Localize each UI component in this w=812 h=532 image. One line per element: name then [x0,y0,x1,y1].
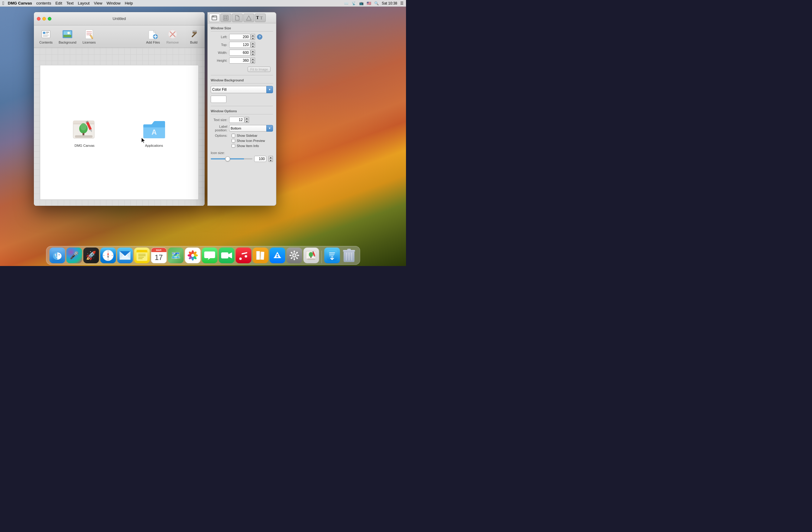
tab-window[interactable] [209,14,220,22]
menubar-edit[interactable]: Edit [55,1,62,5]
dock-item-music[interactable] [235,248,251,263]
dock-item-appstore[interactable] [269,248,285,263]
remove-icon [167,29,178,40]
canvas-area[interactable]: DMG Canvas A [34,48,205,206]
dock-item-facetime[interactable] [219,248,234,263]
dock-divider [321,251,322,263]
dock-item-finder[interactable] [49,248,65,263]
apple-menu[interactable]:  [2,1,4,6]
window-options-section: Window Options [211,109,273,114]
icon-size-stepper-down[interactable]: ▼ [269,159,273,162]
dock-item-mail[interactable] [117,248,133,263]
toolbar-build[interactable]: Build [186,28,202,45]
color-swatch[interactable] [211,96,227,103]
menubar-airdrop-icon[interactable]: 📡 [352,1,356,5]
width-input[interactable] [229,50,250,56]
tab-file[interactable] [232,14,243,22]
maximize-button[interactable] [48,17,52,20]
trash-icon [341,248,357,263]
text-size-stepper-up[interactable]: ▲ [245,117,249,120]
svg-rect-98 [293,251,295,253]
applications-label: Applications [145,144,163,148]
width-input-wrapper: ▲ ▼ [229,50,273,56]
title-bar: Untitled [34,12,205,25]
svg-point-33 [81,123,86,130]
show-icon-preview-checkbox[interactable] [232,139,235,142]
menubar-list-icon[interactable]: ☰ [400,1,404,5]
show-sidebar-row: Show Sidebar [232,134,265,137]
label-position-select[interactable]: Bottom Right None [229,125,267,132]
height-input-wrapper: ▲ ▼ [229,57,273,64]
show-item-info-checkbox[interactable] [232,144,235,148]
menubar-file[interactable]: contents [36,1,51,5]
fit-to-image-button[interactable]: Fit to Image [248,67,271,72]
help-button[interactable]: ? [257,34,262,40]
toolbar-licenses[interactable]: Licenses [80,28,98,45]
height-input[interactable] [229,57,250,64]
bg-fill-select[interactable]: Color Fill Image Fill None [211,86,267,93]
dock-item-safari[interactable] [100,248,116,263]
left-row: Left: ▲ ▼ ? [211,34,273,40]
top-stepper-up[interactable]: ▲ [251,42,255,45]
dock-item-downloads[interactable] [324,248,340,263]
text-size-stepper-down[interactable]: ▼ [245,120,249,123]
toolbar-add-files[interactable]: Add Files [144,28,162,45]
menubar-search-icon[interactable]: 🔍 [374,1,379,5]
dock-item-notes[interactable] [134,248,150,263]
height-stepper-up[interactable]: ▲ [251,57,255,60]
dock-item-maps[interactable]: 🗺️ [168,248,184,263]
svg-rect-95 [274,257,281,258]
toolbar-remove[interactable]: Remove [163,28,182,45]
icon-size-value-input[interactable] [254,156,266,162]
tab-layout[interactable] [243,14,254,22]
left-input[interactable] [229,34,250,40]
toolbar-contents[interactable]: Contents [37,28,55,45]
menubar-time: Sat 10:38 [382,1,397,5]
dock-item-calendar[interactable]: MAR 17 [151,248,166,263]
menubar-layout[interactable]: Layout [78,1,89,5]
dock-item-photos[interactable] [185,248,200,263]
applications-icon: A [142,118,166,142]
svg-marker-50 [246,16,251,20]
menubar-help[interactable]: Help [125,1,133,5]
left-stepper-down[interactable]: ▼ [251,37,255,40]
tab-appearance[interactable] [220,14,231,22]
menubar-app-name[interactable]: DMG Canvas [8,1,32,5]
applications-item[interactable]: A Applications [142,118,166,148]
icon-size-slider[interactable] [211,158,252,159]
svg-rect-102 [296,251,298,254]
dock-item-siri[interactable]: 🎤 [66,248,82,263]
bg-select-arrow[interactable]: ▼ [266,86,273,93]
left-stepper: ▲ ▼ [251,34,255,40]
left-stepper-up[interactable]: ▲ [251,34,255,37]
tab-text[interactable]: T T [255,14,266,22]
toolbar-background[interactable]: Background [56,28,79,45]
menubar-airplay-icon[interactable]: 📺 [359,1,364,5]
dock-item-books[interactable] [252,248,268,263]
show-item-info-row: Show Item Info [232,144,265,148]
dock-item-trash[interactable] [341,248,357,263]
dock-item-dmgcanvas[interactable] [303,248,319,263]
dock-item-settings[interactable] [286,248,302,263]
dock-item-rocket[interactable]: 🚀 [83,248,99,263]
icon-size-stepper-up[interactable]: ▲ [269,156,273,159]
menubar-text[interactable]: Text [67,1,74,5]
dmg-canvas-item[interactable]: DMG Canvas [73,118,97,148]
menubar-control-icon[interactable]: ⌨️ [344,1,349,5]
dock-item-messages[interactable] [202,248,217,263]
text-size-input[interactable] [229,117,244,123]
menubar-window[interactable]: Window [106,1,120,5]
show-sidebar-checkbox[interactable] [232,134,235,137]
right-panel: T T Window Size Left: ▲ ▼ ? Top: [207,12,276,206]
top-input[interactable] [229,42,250,48]
minimize-button[interactable] [42,17,46,20]
height-stepper-down[interactable]: ▼ [251,60,255,64]
top-stepper-down[interactable]: ▼ [251,45,255,48]
width-stepper-up[interactable]: ▲ [251,50,255,53]
close-button[interactable] [37,17,41,20]
label-pos-arrow[interactable]: ▼ [266,125,273,132]
books-icon [252,248,268,263]
photos-icon [185,248,200,263]
width-stepper-down[interactable]: ▼ [251,53,255,56]
menubar-view[interactable]: View [94,1,102,5]
